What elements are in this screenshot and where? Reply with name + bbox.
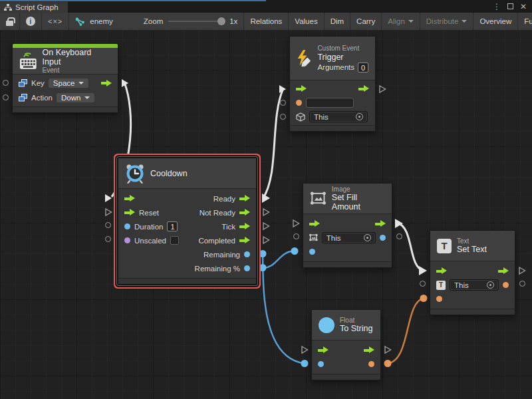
ext-target-port[interactable]: [293, 233, 299, 239]
wire-image-to-settext[interactable]: [398, 223, 423, 271]
ext-notready-out[interactable]: [261, 207, 271, 217]
flow-in-port[interactable]: [436, 267, 447, 275]
target-selector[interactable]: This: [309, 111, 368, 122]
wire-remaining-to-tostring[interactable]: [263, 254, 305, 364]
ext-target-out-port[interactable]: [519, 281, 525, 287]
ext-port-target[interactable]: [280, 114, 286, 120]
ext-reset-flow-in[interactable]: [104, 207, 113, 217]
notready-flow-out[interactable]: [239, 209, 250, 216]
ext-completed-out[interactable]: [261, 235, 271, 245]
node-float-to-string[interactable]: Float To String: [311, 309, 381, 380]
ext-ready-out-connected[interactable]: [261, 193, 271, 203]
ext-target-port[interactable]: [420, 281, 426, 287]
object-picker-icon[interactable]: [487, 281, 494, 289]
node-cooldown[interactable]: Cooldown Ready Reset Not Ready: [118, 158, 257, 285]
node-header[interactable]: Cooldown: [118, 158, 256, 189]
ext-flow-in-connected[interactable]: [278, 84, 287, 94]
reset-flow-in[interactable]: [124, 209, 135, 216]
ext-port-action[interactable]: [3, 94, 9, 100]
node-custom-event-trigger[interactable]: Custom Event Trigger Arguments 0: [289, 36, 376, 132]
target-selector[interactable]: This: [450, 279, 499, 291]
fullscreen-button[interactable]: Full Screen: [518, 13, 532, 30]
zoom-slider[interactable]: [168, 21, 224, 22]
ext-port-name[interactable]: [280, 100, 286, 106]
overview-button[interactable]: Overview: [473, 13, 518, 30]
carry-button[interactable]: Carry: [350, 13, 382, 30]
ext-flow-out[interactable]: [383, 345, 392, 354]
duration-field[interactable]: 1: [167, 221, 178, 231]
ext-port-key[interactable]: [3, 80, 9, 86]
ext-flow-out[interactable]: [517, 266, 527, 275]
ext-flow-in[interactable]: [291, 219, 301, 228]
relations-button[interactable]: Relations: [244, 13, 289, 30]
ext-flow-out-connected[interactable]: [394, 218, 404, 229]
target-selector[interactable]: This: [322, 232, 376, 243]
tab-script-graph[interactable]: Script Graph: [0, 1, 68, 13]
flow-out-port[interactable]: [101, 80, 112, 87]
wire-remainingpct-to-fillamount[interactable]: [263, 251, 295, 267]
node-header[interactable]: Custom Event Trigger Arguments 0: [290, 37, 375, 80]
flow-out-port[interactable]: [364, 346, 374, 354]
ext-flow-in-connected[interactable]: [104, 194, 113, 203]
flow-out-port[interactable]: [358, 85, 369, 92]
ext-duration-port[interactable]: [105, 222, 111, 228]
float-in-port[interactable]: [318, 361, 324, 367]
align-button[interactable]: Align: [382, 13, 420, 30]
lock-button[interactable]: [0, 13, 20, 30]
node-header[interactable]: Image Set Fill Amount: [303, 184, 392, 214]
flow-in-port[interactable]: [124, 195, 135, 202]
info-button[interactable]: i: [20, 13, 42, 30]
remaining-pct-port[interactable]: [244, 265, 250, 271]
node-header[interactable]: T Text Set Text: [430, 231, 515, 261]
flow-out-port[interactable]: [498, 267, 509, 275]
action-dropdown[interactable]: Down: [57, 93, 94, 102]
key-dropdown[interactable]: Space: [49, 78, 89, 88]
flow-in-port[interactable]: [309, 220, 320, 227]
flow-out-port[interactable]: [375, 220, 386, 227]
duration-port[interactable]: [124, 223, 130, 229]
string-port[interactable]: [296, 100, 302, 106]
node-header[interactable]: On Keyboard Input Event: [13, 48, 118, 74]
ext-flow-out[interactable]: [378, 84, 387, 94]
completed-flow-out[interactable]: [239, 237, 250, 244]
tick-flow-out[interactable]: [239, 223, 250, 230]
more-icon[interactable]: ⋮: [493, 3, 501, 11]
flow-in-port[interactable]: [296, 85, 307, 92]
object-picker-icon[interactable]: [356, 113, 363, 120]
node-text-set-text[interactable]: T Text Set Text T This: [430, 230, 515, 315]
distribute-button[interactable]: Distribute: [420, 13, 474, 30]
object-picker-icon[interactable]: [364, 234, 371, 241]
graph-breadcrumb[interactable]: enemy: [69, 13, 119, 30]
target-out-port[interactable]: [503, 282, 509, 288]
ext-unscaled-port[interactable]: [105, 236, 111, 242]
unscaled-checkbox[interactable]: [170, 236, 179, 245]
flow-in-port[interactable]: [318, 346, 329, 354]
unscaled-port[interactable]: [124, 237, 130, 243]
output-label: Completed: [198, 237, 235, 245]
text-value-port[interactable]: [436, 296, 442, 302]
event-name-input[interactable]: [306, 98, 354, 108]
maximize-icon[interactable]: [507, 3, 513, 9]
remaining-port[interactable]: [244, 251, 250, 257]
code-preview-button[interactable]: <×>: [42, 13, 69, 30]
node-image-set-fill-amount[interactable]: Image Set Fill Amount: [303, 183, 392, 268]
node-header[interactable]: Float To String: [312, 310, 380, 340]
ext-flow-out-connected[interactable]: [120, 78, 130, 88]
ext-target-out-port[interactable]: [396, 233, 402, 239]
fillamount-port[interactable]: [309, 249, 315, 255]
string-out-port[interactable]: [368, 361, 374, 367]
arguments-field[interactable]: 0: [358, 63, 368, 72]
ready-flow-out[interactable]: [239, 195, 250, 202]
graph-canvas[interactable]: On Keyboard Input Event Key Space: [0, 31, 532, 399]
port-label-key: Key: [31, 79, 45, 87]
target-out-port[interactable]: [380, 235, 386, 241]
ext-tick-out[interactable]: [261, 221, 271, 231]
wire-tostring-to-settext[interactable]: [388, 299, 424, 364]
zoom-slider-handle[interactable]: [217, 17, 225, 25]
ext-flow-in-connected[interactable]: [418, 265, 428, 276]
values-button[interactable]: Values: [289, 13, 324, 30]
ext-flow-in[interactable]: [300, 345, 309, 354]
node-on-keyboard-input[interactable]: On Keyboard Input Event Key Space: [12, 43, 118, 113]
close-icon[interactable]: ✕: [520, 3, 527, 11]
dim-button[interactable]: Dim: [325, 13, 350, 30]
